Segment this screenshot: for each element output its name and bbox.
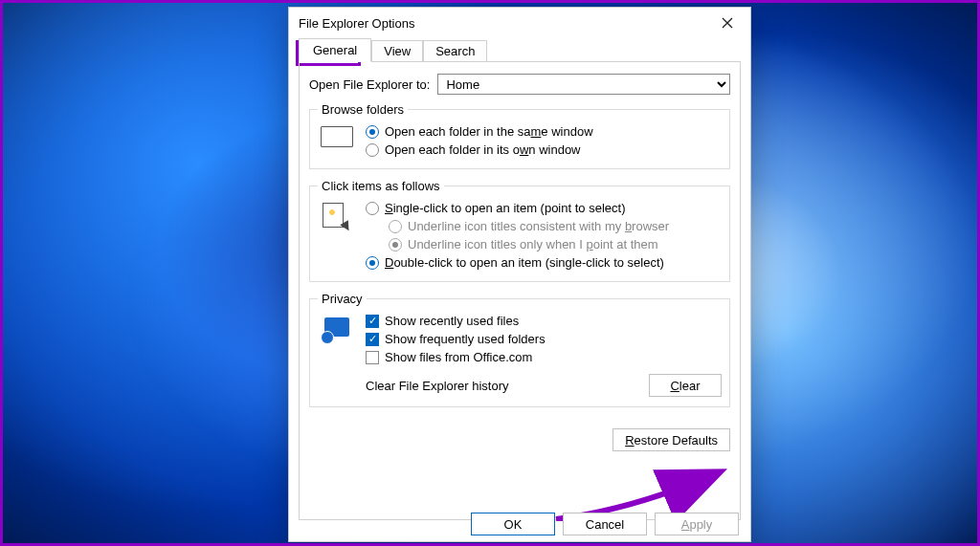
ok-button[interactable]: OK — [471, 513, 555, 535]
open-explorer-select[interactable]: Home — [437, 74, 730, 95]
browse-folders-group: Browse folders Open each folder in the s… — [309, 102, 730, 169]
apply-button: Apply — [655, 513, 739, 535]
checkbox-office-files[interactable] — [366, 351, 379, 364]
file-explorer-options-dialog: File Explorer Options General View Searc… — [288, 7, 751, 542]
tab-search[interactable]: Search — [423, 40, 487, 62]
radio-underline-browser — [389, 220, 402, 233]
radio-own-window[interactable] — [366, 143, 379, 157]
radio-same-window[interactable] — [366, 125, 379, 139]
dialog-footer: OK Cancel Apply — [289, 513, 750, 535]
browse-folders-legend: Browse folders — [318, 102, 408, 117]
radio-double-click-label: Double-click to open an item (single-cli… — [385, 255, 664, 270]
checkbox-frequent-folders-label: Show frequently used folders — [385, 332, 546, 346]
radio-underline-point-label: Underline icon titles only when I point … — [408, 237, 658, 251]
radio-underline-browser-label: Underline icon titles consistent with my… — [408, 219, 669, 233]
checkbox-office-files-label: Show files from Office.com — [385, 350, 532, 364]
clear-history-label: Clear File Explorer history — [366, 379, 639, 393]
click-items-legend: Click items as follows — [318, 179, 444, 193]
click-icon — [318, 199, 356, 272]
open-explorer-label: Open File Explorer to: — [309, 77, 430, 92]
radio-underline-point — [389, 238, 402, 251]
radio-double-click[interactable] — [366, 256, 379, 270]
radio-own-window-label: Open each folder in its own window — [385, 142, 581, 157]
checkbox-recent-files[interactable]: ✓ — [366, 315, 379, 328]
restore-defaults-button[interactable]: Restore Defaults — [612, 428, 730, 451]
dialog-title: File Explorer Options — [299, 16, 714, 31]
click-items-group: Click items as follows Single-click to o… — [309, 179, 730, 282]
cancel-button[interactable]: Cancel — [563, 513, 647, 535]
radio-single-click-label: Single-click to open an item (point to s… — [385, 201, 625, 215]
titlebar: File Explorer Options — [289, 8, 750, 38]
folder-icon — [318, 122, 356, 159]
tab-general[interactable]: General — [299, 38, 371, 62]
privacy-group: Privacy ✓ Show recently used files ✓ Sho… — [309, 292, 730, 407]
checkbox-frequent-folders[interactable]: ✓ — [366, 333, 379, 346]
radio-same-window-label: Open each folder in the same window — [385, 124, 593, 139]
radio-single-click[interactable] — [366, 202, 379, 215]
close-icon — [722, 17, 733, 29]
tab-view[interactable]: View — [371, 40, 423, 62]
tab-strip: General View Search — [289, 38, 750, 62]
close-button[interactable] — [714, 10, 741, 36]
privacy-legend: Privacy — [318, 292, 367, 306]
privacy-icon — [318, 312, 356, 366]
general-pane: Open File Explorer to: Home Browse folde… — [299, 61, 741, 520]
checkbox-recent-files-label: Show recently used files — [385, 314, 519, 328]
clear-button[interactable]: Clear — [649, 374, 722, 397]
